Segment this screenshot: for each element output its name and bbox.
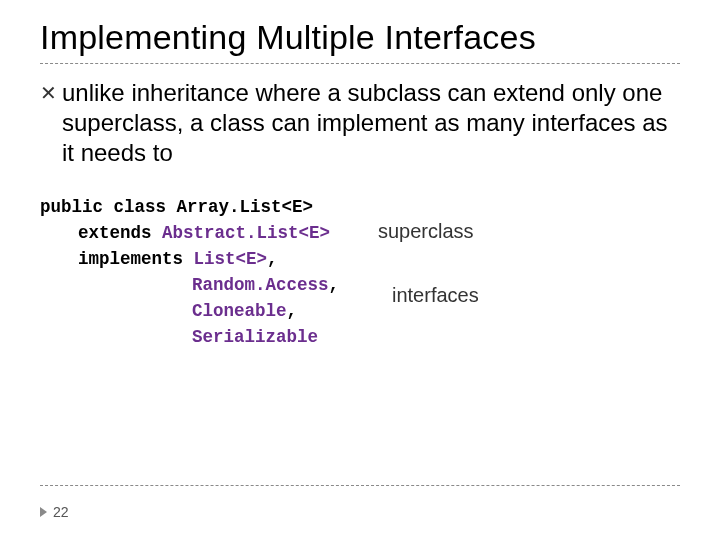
bullet-icon: ✕ bbox=[40, 78, 62, 108]
annotation-superclass: superclass bbox=[378, 218, 474, 244]
comma: , bbox=[287, 301, 298, 321]
classname-arraylist: Array.List<E> bbox=[177, 197, 314, 217]
comma: , bbox=[329, 275, 340, 295]
page-number: 22 bbox=[53, 504, 69, 520]
annotation-interfaces: interfaces bbox=[392, 282, 479, 308]
bullet-item: ✕ unlike inheritance where a subclass ca… bbox=[40, 78, 680, 168]
comma: , bbox=[267, 249, 278, 269]
code-line-2: extends Abstract.List<E> bbox=[40, 220, 680, 246]
code-line-1: public class Array.List<E> bbox=[40, 194, 680, 220]
code-block: public class Array.List<E> extends Abstr… bbox=[40, 194, 680, 350]
slide-title: Implementing Multiple Interfaces bbox=[40, 18, 680, 57]
code-line-6: Serializable bbox=[40, 324, 680, 350]
kw-implements: implements bbox=[78, 249, 194, 269]
kw-extends: extends bbox=[78, 223, 162, 243]
code-line-4: Random.Access, bbox=[40, 272, 680, 298]
title-divider bbox=[40, 63, 680, 64]
iface-list: List<E> bbox=[194, 249, 268, 269]
iface-serializable: Serializable bbox=[192, 327, 318, 347]
classname-abstractlist: Abstract.List<E> bbox=[162, 223, 330, 243]
code-line-3: implements List<E>, bbox=[40, 246, 680, 272]
bullet-text: unlike inheritance where a subclass can … bbox=[62, 78, 680, 168]
page-number-area: 22 bbox=[40, 504, 69, 520]
page-arrow-icon bbox=[40, 507, 47, 517]
iface-randomaccess: Random.Access bbox=[192, 275, 329, 295]
code-line-5: Cloneable, bbox=[40, 298, 680, 324]
iface-cloneable: Cloneable bbox=[192, 301, 287, 321]
slide: Implementing Multiple Interfaces ✕ unlik… bbox=[0, 0, 720, 540]
footer-divider bbox=[40, 485, 680, 486]
kw-public-class: public class bbox=[40, 197, 177, 217]
